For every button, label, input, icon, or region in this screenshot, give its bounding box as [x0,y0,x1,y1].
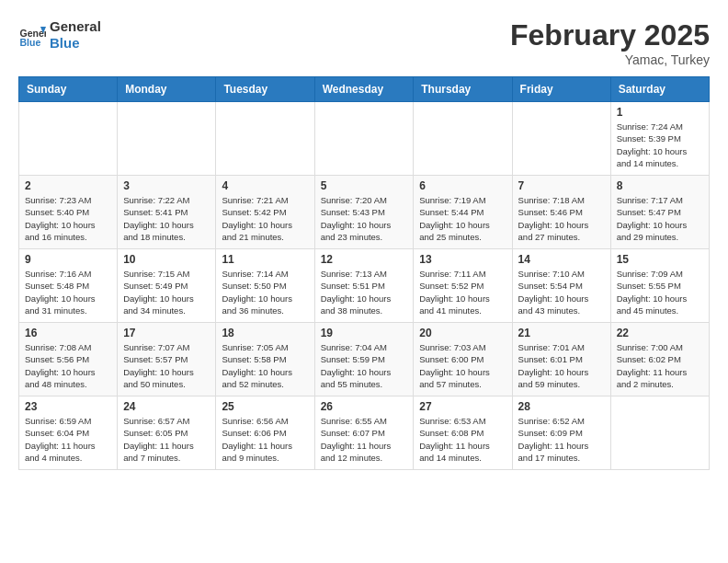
day-cell [216,102,314,176]
day-info: Sunrise: 7:11 AM Sunset: 5:52 PM Dayligh… [419,268,506,316]
day-cell: 25Sunrise: 6:56 AM Sunset: 6:06 PM Dayli… [216,396,314,470]
day-info: Sunrise: 7:16 AM Sunset: 5:48 PM Dayligh… [25,268,111,316]
day-number: 23 [25,400,111,413]
day-info: Sunrise: 7:07 AM Sunset: 5:57 PM Dayligh… [123,341,210,390]
day-cell: 19Sunrise: 7:04 AM Sunset: 5:59 PM Dayli… [314,323,414,396]
day-info: Sunrise: 7:00 AM Sunset: 6:02 PM Dayligh… [617,341,703,390]
day-cell [414,102,512,176]
day-cell [610,396,709,470]
weekday-header-thursday: Thursday [414,77,512,102]
logo-icon: General Blue [18,21,46,49]
day-cell: 27Sunrise: 6:53 AM Sunset: 6:08 PM Dayli… [414,396,512,470]
day-cell: 9Sunrise: 7:16 AM Sunset: 5:48 PM Daylig… [19,249,118,323]
day-info: Sunrise: 6:55 AM Sunset: 6:07 PM Dayligh… [321,415,408,464]
day-cell: 12Sunrise: 7:13 AM Sunset: 5:51 PM Dayli… [314,249,414,323]
day-cell [19,102,118,176]
day-info: Sunrise: 7:22 AM Sunset: 5:41 PM Dayligh… [123,194,210,243]
title-block: February 2025 Yamac, Turkey [510,18,710,67]
day-info: Sunrise: 7:21 AM Sunset: 5:42 PM Dayligh… [222,194,308,243]
day-number: 12 [321,253,408,266]
day-number: 6 [419,179,506,192]
weekday-header-friday: Friday [512,77,610,102]
day-cell: 5Sunrise: 7:20 AM Sunset: 5:43 PM Daylig… [314,176,414,249]
calendar-table: SundayMondayTuesdayWednesdayThursdayFrid… [18,76,710,470]
day-cell: 16Sunrise: 7:08 AM Sunset: 5:56 PM Dayli… [19,323,118,396]
day-info: Sunrise: 7:09 AM Sunset: 5:55 PM Dayligh… [617,268,703,316]
day-info: Sunrise: 6:59 AM Sunset: 6:04 PM Dayligh… [25,415,111,464]
week-row-5: 23Sunrise: 6:59 AM Sunset: 6:04 PM Dayli… [19,396,710,470]
day-cell [314,102,414,176]
day-cell: 6Sunrise: 7:19 AM Sunset: 5:44 PM Daylig… [414,176,512,249]
weekday-header-wednesday: Wednesday [314,77,414,102]
day-info: Sunrise: 7:23 AM Sunset: 5:40 PM Dayligh… [25,194,111,243]
day-cell: 26Sunrise: 6:55 AM Sunset: 6:07 PM Dayli… [314,396,414,470]
day-info: Sunrise: 7:01 AM Sunset: 6:01 PM Dayligh… [518,341,605,390]
day-cell [512,102,610,176]
day-number: 16 [25,327,111,339]
logo-general: General [50,18,101,35]
day-number: 5 [321,179,408,192]
day-number: 19 [321,327,408,339]
day-cell: 18Sunrise: 7:05 AM Sunset: 5:58 PM Dayli… [216,323,314,396]
day-cell: 7Sunrise: 7:18 AM Sunset: 5:46 PM Daylig… [512,176,610,249]
day-info: Sunrise: 7:20 AM Sunset: 5:43 PM Dayligh… [321,194,408,243]
day-info: Sunrise: 7:05 AM Sunset: 5:58 PM Dayligh… [222,341,308,390]
day-number: 4 [222,179,308,192]
day-info: Sunrise: 6:53 AM Sunset: 6:08 PM Dayligh… [419,415,506,464]
day-cell: 8Sunrise: 7:17 AM Sunset: 5:47 PM Daylig… [610,176,709,249]
day-info: Sunrise: 7:03 AM Sunset: 6:00 PM Dayligh… [419,341,506,390]
day-number: 7 [518,179,605,192]
weekday-header-row: SundayMondayTuesdayWednesdayThursdayFrid… [19,77,710,102]
day-number: 20 [419,327,506,339]
weekday-header-sunday: Sunday [19,77,118,102]
weekday-header-monday: Monday [118,77,216,102]
day-number: 2 [25,179,111,192]
day-cell: 14Sunrise: 7:10 AM Sunset: 5:54 PM Dayli… [512,249,610,323]
day-number: 9 [25,253,111,266]
day-cell: 28Sunrise: 6:52 AM Sunset: 6:09 PM Dayli… [512,396,610,470]
day-info: Sunrise: 7:14 AM Sunset: 5:50 PM Dayligh… [222,268,308,316]
day-cell: 17Sunrise: 7:07 AM Sunset: 5:57 PM Dayli… [118,323,216,396]
day-info: Sunrise: 6:57 AM Sunset: 6:05 PM Dayligh… [123,415,210,464]
weekday-header-tuesday: Tuesday [216,77,314,102]
day-info: Sunrise: 7:10 AM Sunset: 5:54 PM Dayligh… [518,268,605,316]
day-number: 25 [222,400,308,413]
day-cell: 22Sunrise: 7:00 AM Sunset: 6:02 PM Dayli… [610,323,709,396]
day-cell: 13Sunrise: 7:11 AM Sunset: 5:52 PM Dayli… [414,249,512,323]
day-number: 3 [123,179,210,192]
month-title: February 2025 [510,18,710,52]
day-number: 11 [222,253,308,266]
day-cell: 11Sunrise: 7:14 AM Sunset: 5:50 PM Dayli… [216,249,314,323]
logo-blue: Blue [50,35,101,52]
day-number: 8 [617,179,703,192]
day-cell: 4Sunrise: 7:21 AM Sunset: 5:42 PM Daylig… [216,176,314,249]
day-info: Sunrise: 7:15 AM Sunset: 5:49 PM Dayligh… [123,268,210,316]
day-number: 14 [518,253,605,266]
day-number: 18 [222,327,308,339]
day-cell: 24Sunrise: 6:57 AM Sunset: 6:05 PM Dayli… [118,396,216,470]
week-row-2: 2Sunrise: 7:23 AM Sunset: 5:40 PM Daylig… [19,176,710,249]
day-cell: 10Sunrise: 7:15 AM Sunset: 5:49 PM Dayli… [118,249,216,323]
day-cell: 21Sunrise: 7:01 AM Sunset: 6:01 PM Dayli… [512,323,610,396]
day-info: Sunrise: 7:24 AM Sunset: 5:39 PM Dayligh… [617,121,703,169]
day-number: 26 [321,400,408,413]
day-cell: 20Sunrise: 7:03 AM Sunset: 6:00 PM Dayli… [414,323,512,396]
day-cell: 2Sunrise: 7:23 AM Sunset: 5:40 PM Daylig… [19,176,118,249]
page-header: General Blue General Blue February 2025 … [18,18,710,67]
day-cell: 3Sunrise: 7:22 AM Sunset: 5:41 PM Daylig… [118,176,216,249]
day-number: 13 [419,253,506,266]
day-cell: 15Sunrise: 7:09 AM Sunset: 5:55 PM Dayli… [610,249,709,323]
day-info: Sunrise: 7:17 AM Sunset: 5:47 PM Dayligh… [617,194,703,243]
day-number: 27 [419,400,506,413]
svg-text:Blue: Blue [20,37,41,48]
weekday-header-saturday: Saturday [610,77,709,102]
day-number: 1 [617,106,703,119]
day-info: Sunrise: 7:04 AM Sunset: 5:59 PM Dayligh… [321,341,408,390]
week-row-4: 16Sunrise: 7:08 AM Sunset: 5:56 PM Dayli… [19,323,710,396]
day-info: Sunrise: 6:52 AM Sunset: 6:09 PM Dayligh… [518,415,605,464]
day-info: Sunrise: 7:13 AM Sunset: 5:51 PM Dayligh… [321,268,408,316]
day-info: Sunrise: 7:19 AM Sunset: 5:44 PM Dayligh… [419,194,506,243]
location: Yamac, Turkey [510,52,710,67]
day-cell [118,102,216,176]
day-cell: 23Sunrise: 6:59 AM Sunset: 6:04 PM Dayli… [19,396,118,470]
